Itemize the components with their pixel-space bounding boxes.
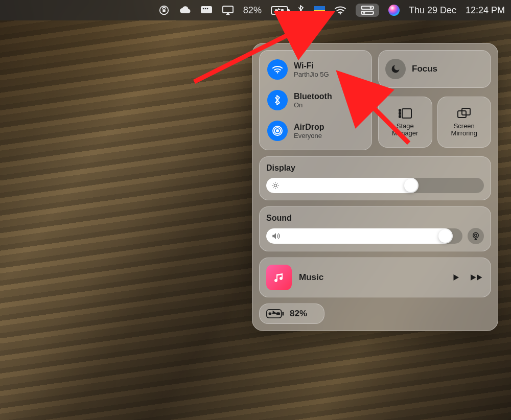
- airplay-icon[interactable]: [222, 5, 234, 15]
- svg-point-28: [475, 234, 477, 237]
- sound-label: Sound: [266, 214, 484, 223]
- svg-point-17: [276, 129, 279, 132]
- battery-icon[interactable]: [271, 6, 288, 15]
- bluetooth-icon: [267, 90, 288, 110]
- wifi-status: ParthJio 5G: [294, 71, 329, 78]
- stage-manager-label: Stage Manager: [385, 123, 425, 137]
- svg-rect-30: [283, 312, 284, 315]
- svg-rect-8: [281, 9, 284, 11]
- svg-point-7: [275, 9, 277, 11]
- bluetooth-label: Bluetooth: [294, 92, 332, 101]
- airdrop-status: Everyone: [294, 132, 324, 139]
- ukraine-flag-icon[interactable]: [314, 6, 325, 14]
- next-button[interactable]: [470, 273, 484, 282]
- bluetooth-status: On: [294, 101, 332, 109]
- control-center-panel: Wi-Fi ParthJio 5G Bluetooth On AirDrop E…: [252, 43, 498, 331]
- svg-rect-1: [162, 9, 166, 12]
- svg-point-16: [277, 72, 278, 74]
- battery-module[interactable]: 82%: [259, 304, 324, 324]
- svg-rect-23: [399, 115, 401, 118]
- airdrop-icon: [267, 121, 288, 141]
- menubar-battery-percent[interactable]: 82%: [243, 5, 262, 16]
- sun-icon: [271, 181, 280, 190]
- sound-output-button[interactable]: [468, 228, 484, 244]
- svg-rect-2: [201, 6, 212, 13]
- keyboard-input-icon[interactable]: [200, 6, 213, 15]
- menubar: 82% Thu 29 Dec 12:24 PM: [0, 0, 511, 20]
- sound-module: Sound: [259, 206, 491, 251]
- screen-mirroring-icon: [456, 107, 472, 120]
- display-brightness-slider[interactable]: [266, 178, 484, 193]
- display-label: Display: [266, 164, 484, 173]
- svg-point-26: [274, 184, 276, 186]
- svg-point-27: [473, 232, 479, 238]
- svg-rect-20: [402, 109, 411, 118]
- menubar-time[interactable]: 12:24 PM: [466, 5, 505, 16]
- wifi-icon: [267, 59, 288, 80]
- wifi-label: Wi-Fi: [294, 61, 329, 71]
- siri-icon[interactable]: [388, 5, 400, 16]
- airdrop-label: AirDrop: [294, 123, 324, 132]
- play-button[interactable]: [451, 273, 460, 282]
- stage-manager-toggle[interactable]: Stage Manager: [378, 97, 432, 148]
- svg-rect-32: [276, 312, 280, 315]
- bluetooth-icon[interactable]: [297, 5, 305, 16]
- battery-percent: 82%: [290, 309, 307, 319]
- speaker-icon: [271, 232, 281, 240]
- svg-point-3: [203, 8, 204, 10]
- now-playing-title: Music: [299, 272, 444, 283]
- svg-point-5: [207, 8, 208, 10]
- screen-mirroring-label: Screen Mirroring: [445, 123, 484, 137]
- svg-rect-6: [223, 6, 233, 13]
- moon-icon: [385, 59, 406, 79]
- svg-rect-22: [399, 112, 401, 114]
- stage-manager-icon: [398, 107, 413, 120]
- svg-rect-9: [314, 6, 325, 10]
- svg-point-11: [339, 13, 341, 15]
- focus-toggle[interactable]: Focus: [378, 50, 491, 88]
- display-module: Display: [259, 156, 491, 200]
- svg-rect-21: [399, 109, 401, 111]
- menubar-date[interactable]: Thu 29 Dec: [409, 5, 456, 16]
- control-center-icon[interactable]: [356, 4, 379, 17]
- svg-point-13: [369, 7, 371, 9]
- battery-charging-icon: [266, 309, 285, 318]
- svg-point-15: [363, 12, 365, 14]
- bluetooth-toggle[interactable]: Bluetooth On: [267, 90, 364, 110]
- svg-point-31: [269, 312, 271, 315]
- cloud-icon[interactable]: [179, 5, 191, 16]
- airplay-audio-icon: [471, 231, 480, 241]
- airdrop-toggle[interactable]: AirDrop Everyone: [267, 121, 364, 141]
- svg-point-4: [205, 8, 206, 10]
- sound-volume-slider[interactable]: [266, 228, 462, 244]
- focus-label: Focus: [412, 64, 437, 74]
- orientation-lock-icon[interactable]: [158, 5, 170, 16]
- svg-rect-10: [314, 10, 325, 14]
- music-app-icon: [266, 265, 292, 290]
- wifi-toggle[interactable]: Wi-Fi ParthJio 5G: [267, 59, 364, 80]
- screen-mirroring-toggle[interactable]: Screen Mirroring: [437, 97, 492, 148]
- wifi-icon[interactable]: [334, 6, 346, 15]
- connectivity-module: Wi-Fi ParthJio 5G Bluetooth On AirDrop E…: [259, 50, 372, 150]
- now-playing-module[interactable]: Music: [259, 258, 491, 297]
